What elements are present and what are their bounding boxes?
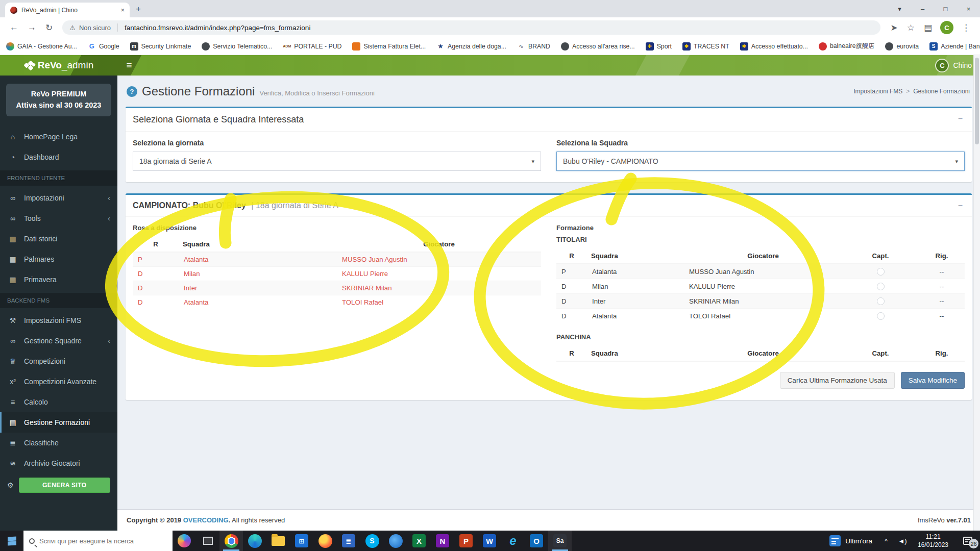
bookmark-agenzia-dogane[interactable]: ★Agenzia delle doga... [436, 42, 506, 51]
bookmark-eurovita[interactable]: eurovita [885, 42, 919, 51]
breadcrumb-parent[interactable]: Impostazioni FMS [853, 88, 902, 95]
cortana-button[interactable] [173, 531, 196, 551]
sidebar-item-impostazioni-fms[interactable]: ⚒Impostazioni FMS [0, 310, 117, 331]
browser-tab[interactable]: ReVo_admin | Chino × [5, 3, 130, 17]
address-bar[interactable]: ⚠ Non sicuro fantachino.fmsrevo.it/admin… [62, 20, 880, 35]
share-icon[interactable]: ➤ [890, 22, 897, 33]
bookmark-servizio-telematico[interactable]: Servizio Telematico... [202, 42, 272, 51]
overcoding-link[interactable]: OVERCODING [183, 516, 229, 524]
taskbar-app[interactable]: ≣ [337, 531, 360, 551]
tab-search-icon[interactable]: ▾ [888, 5, 911, 13]
taskbar-word[interactable]: W [478, 531, 501, 551]
sidebar-item-classifiche[interactable]: ≣Classifiche [0, 433, 117, 453]
forward-icon[interactable]: → [28, 22, 36, 33]
taskbar-file-explorer[interactable] [266, 531, 290, 551]
browser-menu-icon[interactable]: ⋮ [962, 22, 970, 33]
back-icon[interactable]: ← [10, 22, 18, 33]
bookmark-sistema-fattura[interactable]: Sistema Fattura Elet... [352, 42, 426, 51]
taskbar-search[interactable] [23, 531, 173, 551]
bookmark-balneaire[interactable]: balneaire旗舰店 [819, 42, 874, 51]
rosa-row[interactable]: P Atalanta MUSSO Juan Agustin [133, 252, 541, 267]
salva-modifiche-button[interactable]: Salva Modifiche [901, 372, 965, 389]
bookmark-portale-pud[interactable]: ADMPORTALE - PUD [283, 42, 341, 51]
news-widget[interactable]: Ultim'ora [824, 531, 878, 551]
collapse-icon[interactable]: − [955, 200, 966, 211]
taskbar-edge[interactable] [243, 531, 266, 551]
url-text[interactable]: fantachino.fmsrevo.it/admin/index.php?pa… [125, 24, 310, 32]
help-icon[interactable]: ? [127, 86, 137, 97]
reload-icon[interactable]: ↻ [45, 22, 53, 33]
taskbar-store[interactable]: ⊞ [290, 531, 313, 551]
sidebar-item-gestione-formazioni[interactable]: ▤Gestione Formazioni [0, 412, 117, 433]
carica-formazione-button[interactable]: Carica Ultima Formazione Usata [780, 372, 895, 389]
task-view-button[interactable] [196, 531, 219, 551]
sidebar-toggle-button[interactable]: ≡ [117, 55, 141, 76]
sidebar-item-competizioni-avanzate[interactable]: x²Competizioni Avanzate [0, 371, 117, 392]
bookmark-security-linkmate[interactable]: mSecurity Linkmate [130, 42, 191, 51]
captain-radio[interactable] [877, 312, 885, 320]
page-scrollbar[interactable] [973, 55, 980, 531]
taskbar-firefox[interactable] [313, 531, 337, 551]
bookmark-star-icon[interactable]: ☆ [907, 22, 915, 33]
collapse-icon[interactable]: − [955, 113, 966, 124]
taskbar-onenote[interactable]: N [431, 531, 454, 551]
bookmark-sport[interactable]: ✚Sport [646, 42, 672, 51]
tray-expand-icon[interactable]: ^ [878, 537, 894, 545]
sidebar-item-calcolo[interactable]: ≡Calcolo [0, 392, 117, 412]
rosa-row[interactable]: D Inter SKRINIAR Milan [133, 281, 541, 295]
start-button[interactable] [0, 531, 23, 551]
bookmark-gaia[interactable]: GAIA - Gestione Au... [6, 42, 77, 51]
side-panel-icon[interactable]: ▤ [924, 22, 932, 33]
taskbar-internet-explorer[interactable]: e [501, 531, 525, 551]
search-input[interactable] [39, 537, 157, 545]
bookmark-traces-nt[interactable]: ✱TRACES NT [682, 42, 729, 51]
rosa-row[interactable]: D Atalanta TOLOI Rafael [133, 295, 541, 310]
captain-radio[interactable] [877, 283, 885, 290]
sidebar-item-homepage-lega[interactable]: ⌂HomePage Lega [0, 127, 117, 147]
main-content: ? Gestione Formazioni Verifica, Modifica… [117, 76, 980, 531]
speaker-icon[interactable]: ◄) [894, 537, 911, 545]
dashboard-icon: ◔ [7, 153, 18, 161]
giornata-select[interactable]: 18a giornata di Serie A ▾ [133, 152, 541, 171]
new-tab-button[interactable]: + [136, 4, 141, 14]
squadra-select[interactable]: Bubu O'Riley - CAMPIONATO ▾ [556, 152, 965, 171]
captain-radio[interactable] [877, 297, 885, 305]
bookmark-google[interactable]: GGoogle [88, 42, 119, 51]
rosa-heading: Rosa a disposizione [133, 224, 541, 232]
bookmark-brand[interactable]: ∿BRAND [517, 42, 550, 51]
sidebar-item-primavera[interactable]: ▦Primavera [0, 269, 117, 290]
taskbar-clock[interactable]: 11:21 16/01/2023 [911, 533, 955, 549]
bookmark-accesso-effettuato[interactable]: ✱Accesso effettuato... [740, 42, 808, 51]
sidebar-item-tools[interactable]: ∞Tools‹ [0, 208, 117, 229]
taskbar-sa-app[interactable]: Sa [548, 531, 572, 551]
taskbar-excel[interactable]: X [407, 531, 431, 551]
taskbar-thunderbird[interactable] [384, 531, 407, 551]
captain-radio[interactable] [877, 268, 885, 276]
bookmark-banca-sella[interactable]: SAziende | Banca Sella [929, 42, 980, 51]
genera-sito-button[interactable]: GENERA SITO [19, 478, 110, 493]
security-label[interactable]: Non sicuro [79, 24, 111, 32]
sidebar-item-archivio-giocatori[interactable]: ≋Archivio Giocatori [0, 453, 117, 473]
taskbar-powerpoint[interactable]: P [454, 531, 478, 551]
app-logo[interactable]: ReVo_admin [0, 60, 117, 71]
sidebar-item-dati-storici[interactable]: ▦Dati storici [0, 229, 117, 249]
taskbar-skype[interactable]: S [360, 531, 384, 551]
sidebar-item-dashboard[interactable]: ◔Dashboard [0, 147, 117, 167]
tab-close-icon[interactable]: × [120, 6, 125, 14]
close-button[interactable]: × [957, 5, 980, 13]
bookmark-accesso-area[interactable]: Accesso all'area rise... [561, 42, 635, 51]
sidebar-item-palmares[interactable]: ▦Palmares [0, 249, 117, 269]
sidebar-item-impostazioni[interactable]: ∞Impostazioni‹ [0, 188, 117, 208]
store-icon: ⊞ [295, 534, 308, 547]
taskbar-outlook[interactable]: O [525, 531, 548, 551]
maximize-button[interactable]: □ [934, 5, 957, 13]
scrollbar-thumb[interactable] [975, 58, 979, 144]
notification-center-button[interactable]: 26 [955, 531, 980, 551]
sidebar-item-competizioni[interactable]: ♛Competizioni [0, 351, 117, 371]
minimize-button[interactable]: – [911, 5, 934, 13]
browser-profile-avatar[interactable]: C [940, 21, 953, 34]
taskbar-chrome[interactable] [219, 531, 243, 551]
sidebar-item-gestione-squadre[interactable]: ∞Gestione Squadre‹ [0, 331, 117, 351]
breadcrumb-current: Gestione Formazioni [913, 88, 970, 95]
rosa-row[interactable]: D Milan KALULU Pierre [133, 267, 541, 281]
